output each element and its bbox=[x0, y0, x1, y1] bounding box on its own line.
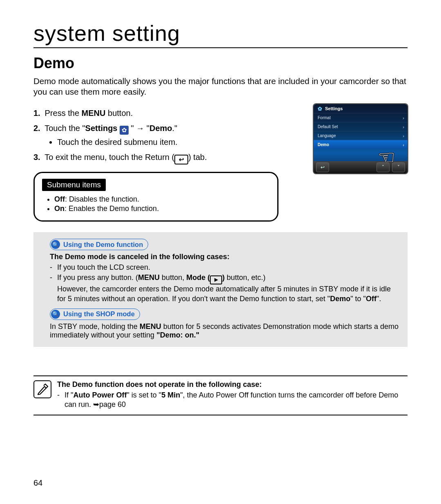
submenu-box: Submenu items Off: Disables the function… bbox=[33, 172, 278, 222]
note-heading: The Demo function does not operate in th… bbox=[57, 380, 408, 389]
gear-icon: ✿ bbox=[317, 106, 323, 111]
note-icon bbox=[33, 380, 51, 398]
step-1-text-a: Press the bbox=[45, 109, 82, 118]
submenu-item-on: On: Enables the Demo function. bbox=[54, 204, 270, 213]
ss-row-demo: Demo› bbox=[314, 140, 408, 149]
tip-box: 🔍 Using the Demo function The Demo mode … bbox=[33, 232, 408, 347]
tip2-text: In STBY mode, holding the MENU button fo… bbox=[50, 322, 399, 340]
breadcrumb: system setting bbox=[33, 20, 408, 48]
magnifier-icon: 🔍 bbox=[51, 240, 60, 249]
step-3-text-a: To exit the menu, touch the Return ( bbox=[45, 153, 174, 162]
step-1-text-b: button. bbox=[106, 109, 133, 118]
step-1-bold: MENU bbox=[82, 109, 106, 118]
ss-row-language: Language› bbox=[314, 131, 408, 140]
step-3-text-b: ) tab. bbox=[188, 153, 207, 162]
step-1: 1. Press the MENU button. bbox=[33, 107, 303, 119]
ss-back-icon: ↩ bbox=[316, 162, 329, 172]
ss-up-icon: ˄ bbox=[376, 162, 390, 172]
submenu-title: Submenu items bbox=[42, 179, 106, 191]
tip1-li2: If you press any button. (MENU button, M… bbox=[50, 273, 399, 304]
device-screenshot: ✿ Settings Format› Default Set› Language… bbox=[314, 104, 408, 173]
ss-title: Settings bbox=[325, 106, 343, 111]
mode-icon: ▶ bbox=[210, 275, 222, 284]
settings-icon: ✿ bbox=[120, 126, 129, 135]
step-2-text-a: Touch the " bbox=[45, 124, 85, 133]
tip1-li1: If you touch the LCD screen. bbox=[50, 263, 399, 272]
step-2: 2. Touch the "Settings ✿ " → "Demo." Tou… bbox=[33, 122, 303, 148]
ss-row-format: Format› bbox=[314, 113, 408, 122]
step-2-sub: Touch the desired submenu item. bbox=[57, 136, 303, 148]
return-icon: ↩ bbox=[174, 155, 188, 164]
note-block: The Demo function does not operate in th… bbox=[33, 375, 408, 415]
step-2-text-b: " → " bbox=[129, 124, 149, 133]
step-3: 3. To exit the menu, touch the Return (↩… bbox=[33, 151, 303, 164]
ss-row-default: Default Set› bbox=[314, 122, 408, 131]
note-li: If "Auto Power Off" is set to "5 Min", t… bbox=[57, 391, 408, 410]
intro-text: Demo mode automatically shows you the ma… bbox=[33, 76, 408, 97]
tip-tag-demo: 🔍 Using the Demo function bbox=[50, 239, 148, 250]
page-number: 64 bbox=[33, 478, 42, 488]
tip-tag-shop: 🔍 Using the SHOP mode bbox=[50, 309, 140, 320]
magnifier-icon: 🔍 bbox=[51, 310, 60, 319]
submenu-item-off: Off: Disables the function. bbox=[54, 195, 270, 204]
section-title: Demo bbox=[33, 55, 408, 72]
step-2-text-c: ." bbox=[172, 124, 178, 133]
step-2-bold-demo: Demo bbox=[149, 124, 172, 133]
ss-down-icon: ˅ bbox=[392, 162, 405, 172]
tip1-heading: The Demo mode is canceled in the followi… bbox=[50, 253, 399, 261]
step-2-bold-settings: Settings bbox=[85, 124, 118, 133]
